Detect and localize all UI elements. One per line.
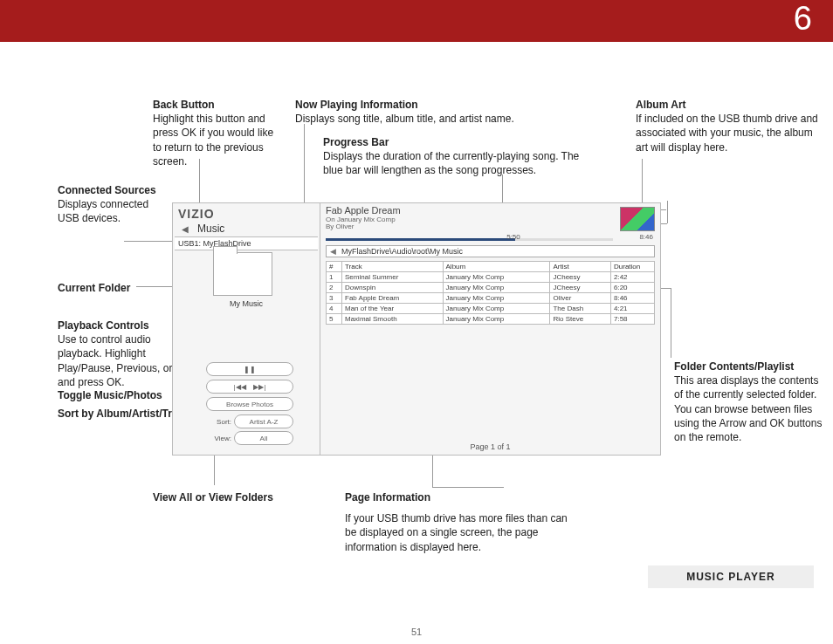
artist-name: Oliver: [336, 223, 355, 230]
table-row[interactable]: 1Seminal SummerJanuary Mix CompJCheesy2:…: [327, 272, 655, 283]
col-duration: Duration: [611, 262, 655, 272]
cell-n: 1: [327, 272, 342, 283]
cell-artist: The Dash: [550, 304, 611, 314]
callout-title: Folder Contents/Playlist: [674, 360, 823, 373]
page-info: Page 1 of 1: [320, 442, 660, 451]
folder-icon[interactable]: [213, 252, 272, 296]
cell-dur: 8:46: [611, 293, 655, 304]
track-table: # Track Album Artist Duration 1Seminal S…: [326, 261, 655, 325]
callout-title: Back Button: [153, 98, 284, 112]
callout-album-art: Album Art If included on the USB thumb d…: [636, 98, 819, 154]
view-selector[interactable]: All: [234, 431, 293, 445]
section-label: MUSIC PLAYER: [648, 565, 814, 588]
now-playing-title: Fab Apple Dream: [326, 205, 401, 216]
leader-line: [304, 124, 305, 211]
browse-photos-button[interactable]: Browse Photos: [206, 397, 293, 411]
now-playing-artist: By Oliver: [326, 223, 354, 230]
callout-title: Connected Sources: [58, 183, 162, 197]
cell-album: January Mix Comp: [443, 293, 550, 304]
leader-line: [432, 456, 433, 487]
progress-fill: [326, 238, 515, 241]
callout-current-folder: Current Folder: [58, 281, 162, 295]
callout-title: View All or View Folders: [153, 490, 275, 504]
cell-album: January Mix Comp: [443, 304, 550, 314]
table-row[interactable]: 2DownspinJanuary Mix CompJCheesy6:20: [327, 283, 655, 293]
cell-artist: Oliver: [550, 293, 611, 304]
callout-now-playing: Now Playing Information Displays song ti…: [295, 98, 583, 126]
cell-track: Downspin: [342, 283, 444, 293]
callout-view-all: View All or View Folders: [153, 490, 275, 504]
cell-track: Seminal Summer: [342, 272, 444, 283]
callout-body: Highlight this button and press OK if yo…: [153, 113, 273, 168]
sort-label: Sort:: [206, 418, 234, 426]
play-pause-button[interactable]: ❚❚: [206, 362, 293, 376]
callout-title: Now Playing Information: [295, 98, 583, 112]
cell-artist: JCheesy: [550, 283, 611, 293]
chapter-header-bar: 6: [0, 0, 833, 42]
by-prefix: By: [326, 223, 334, 230]
leader-line: [667, 201, 668, 223]
elapsed-time: 5:50: [506, 233, 520, 241]
callout-page-information: Page Information If your USB thumb drive…: [345, 490, 572, 554]
music-player-screen: VIZIO ◀ Music USB1: MyFlashDrive My Musi…: [172, 202, 661, 456]
callout-body: This area displays the contents of the c…: [674, 374, 822, 443]
cell-n: 5: [327, 314, 342, 325]
callout-connected-sources: Connected Sources Displays connected USB…: [58, 183, 162, 226]
cell-track: Man of the Year: [342, 304, 444, 314]
progress-bar[interactable]: 5:50: [326, 235, 613, 243]
table-header-row: # Track Album Artist Duration: [327, 262, 655, 272]
cell-track: Maximal Smooth: [342, 314, 444, 325]
col-artist: Artist: [550, 262, 611, 272]
callout-body: If your USB thumb drive has more files t…: [345, 512, 568, 552]
total-time: 8:46: [639, 233, 653, 241]
callout-back-button: Back Button Highlight this button and pr…: [153, 98, 284, 168]
cell-n: 3: [327, 293, 342, 304]
cell-dur: 7:58: [611, 314, 655, 325]
leader-line: [124, 241, 173, 242]
cell-album: January Mix Comp: [443, 283, 550, 293]
app-title: Music: [197, 223, 224, 235]
player-right-panel: Fab Apple Dream On January Mix Comp By O…: [320, 203, 660, 455]
back-icon[interactable]: ◀: [182, 224, 189, 234]
breadcrumb[interactable]: ◀ MyFlashDrive\Audio\root\My Music: [326, 245, 655, 257]
callout-body: If included on the USB thumb drive and a…: [636, 113, 818, 153]
cell-album: January Mix Comp: [443, 272, 550, 283]
callout-title: Album Art: [636, 98, 819, 112]
album-art-thumbnail: [620, 207, 655, 231]
cell-dur: 2:42: [611, 272, 655, 283]
callout-body: Displays song title, album title, and ar…: [295, 113, 514, 125]
col-album: Album: [443, 262, 550, 272]
leader-line: [671, 288, 671, 358]
cell-n: 4: [327, 304, 342, 314]
sort-selector[interactable]: Artist A-Z: [234, 414, 293, 428]
callout-title: Current Folder: [58, 281, 162, 295]
cell-n: 2: [327, 283, 342, 293]
connected-source-item[interactable]: USB1: MyFlashDrive: [175, 236, 318, 250]
cell-album: January Mix Comp: [443, 314, 550, 325]
breadcrumb-path: MyFlashDrive\Audio\root\My Music: [341, 247, 463, 256]
brand-logo: VIZIO: [178, 207, 215, 221]
table-row[interactable]: 5Maximal SmoothJanuary Mix CompRio Steve…: [327, 314, 655, 325]
col-num: #: [327, 262, 342, 272]
view-label: View:: [206, 435, 234, 442]
prev-next-buttons[interactable]: |◀◀ ▶▶|: [206, 380, 293, 394]
leader-line: [432, 487, 504, 488]
callout-body: Displays connected USB devices.: [58, 198, 148, 224]
table-row[interactable]: 3Fab Apple DreamJanuary Mix CompOliver8:…: [327, 293, 655, 304]
cell-artist: JCheesy: [550, 272, 611, 283]
breadcrumb-back-icon[interactable]: ◀: [330, 247, 336, 256]
col-track: Track: [342, 262, 444, 272]
chapter-number: 6: [794, 0, 812, 38]
table-row[interactable]: 4Man of the YearJanuary Mix CompThe Dash…: [327, 304, 655, 314]
callout-title: Page Information: [345, 490, 572, 504]
callout-folder-contents: Folder Contents/Playlist This area displ…: [674, 360, 823, 444]
cell-artist: Rio Steve: [550, 314, 611, 325]
cell-dur: 6:20: [611, 283, 655, 293]
current-folder-name: My Music: [173, 299, 320, 308]
cell-dur: 4:21: [611, 304, 655, 314]
callout-progress-bar: Progress Bar Displays the duration of th…: [323, 135, 585, 178]
cell-track: Fab Apple Dream: [342, 293, 444, 304]
controls-group: ❚❚ |◀◀ ▶▶| Browse Photos Sort: Artist A-…: [206, 362, 293, 448]
page-number: 51: [0, 627, 833, 637]
callout-body: Displays the duration of the currently-p…: [323, 150, 579, 176]
